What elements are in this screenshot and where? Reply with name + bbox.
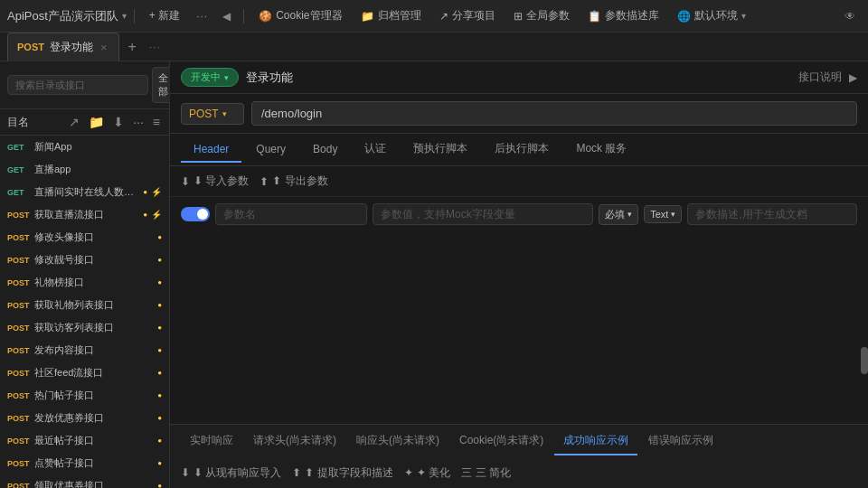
url-bar: POST ▾ xyxy=(170,94,868,134)
resp-tab-实时响应[interactable]: 实时响应 xyxy=(181,427,242,455)
tab-add-button[interactable]: + xyxy=(121,35,144,59)
export-params-button[interactable]: ⬆ ⬆ 导出参数 xyxy=(259,174,327,189)
api-tab-认证[interactable]: 认证 xyxy=(352,136,399,164)
nav-back-arrow[interactable]: ◀ xyxy=(217,7,236,25)
share-button[interactable]: ↗ 分享项目 xyxy=(432,5,503,26)
beautify-button[interactable]: ✦ ✦ 美化 xyxy=(404,465,450,481)
api-tab-后执行脚本[interactable]: 后执行脚本 xyxy=(482,136,561,164)
status-badge[interactable]: 开发中 ▾ xyxy=(181,68,239,87)
nav-more-dots[interactable]: ··· xyxy=(191,7,213,25)
response-area: 实时响应请求头(尚未请求)响应头(尚未请求)Cookie(尚未请求)成功响应示例… xyxy=(170,424,868,488)
global-params-button[interactable]: ⊞ 全局参数 xyxy=(506,5,577,26)
list-item[interactable]: POST 获取直播流接口 ● ⚡ xyxy=(0,203,169,226)
item-name: 获取访客列表接口 xyxy=(34,321,154,334)
resp-tab-错误响应示例[interactable]: 错误响应示例 xyxy=(639,427,722,455)
sidebar-list-icon[interactable]: ≡ xyxy=(151,113,162,131)
param-name-input[interactable] xyxy=(215,203,367,225)
method-badge: POST xyxy=(7,414,31,423)
item-dot: ● xyxy=(143,188,147,196)
nav-separator-2 xyxy=(243,9,244,23)
url-input[interactable] xyxy=(251,101,857,126)
resp-tab-成功响应示例[interactable]: 成功响应示例 xyxy=(554,427,637,455)
list-item[interactable]: POST 修改靓号接口 ● xyxy=(0,249,169,271)
api-tab-预执行脚本[interactable]: 预执行脚本 xyxy=(401,136,480,164)
item-dot: ● xyxy=(143,211,147,219)
params-toolbar: ⬇ ⬇ 导入参数 ⬆ ⬆ 导出参数 xyxy=(170,166,868,197)
extract-button[interactable]: ⬆ ⬆ 提取字段和描述 xyxy=(292,465,392,481)
from-response-button[interactable]: ⬇ ⬇ 从现有响应导入 xyxy=(181,465,281,481)
method-badge: POST xyxy=(7,324,31,333)
new-button[interactable]: + 新建 xyxy=(142,5,187,26)
team-selector[interactable]: ApiPost产品演示团队 ▾ xyxy=(7,8,127,24)
scrollbar-thumb[interactable] xyxy=(861,347,868,374)
expand-button[interactable]: ▶ xyxy=(849,71,857,84)
list-item[interactable]: GET 直播app xyxy=(0,158,169,181)
item-name: 修改靓号接口 xyxy=(34,253,154,267)
api-tab-Query[interactable]: Query xyxy=(243,137,298,163)
env-button[interactable]: 🌐 默认环境 ▾ xyxy=(670,5,753,26)
archive-button[interactable]: 📁 归档管理 xyxy=(354,5,429,26)
item-dot: ● xyxy=(157,459,162,467)
share-icon: ↗ xyxy=(439,10,448,23)
param-value-input[interactable] xyxy=(373,203,593,225)
eye-button[interactable]: 👁 xyxy=(839,7,861,25)
item-dot: ● xyxy=(157,482,162,488)
sidebar-more-icon[interactable]: ··· xyxy=(131,113,146,131)
list-item[interactable]: GET 直播间实时在线人数接口 ● ⚡ xyxy=(0,181,169,203)
resp-tab-请求头(尚未请求)[interactable]: 请求头(尚未请求) xyxy=(244,427,345,455)
list-item[interactable]: POST 发布内容接口 ● xyxy=(0,339,169,361)
item-name: 获取礼物列表接口 xyxy=(34,298,154,312)
section-title: 目名 xyxy=(7,115,29,130)
item-name: 礼物榜接口 xyxy=(34,276,154,289)
sidebar-download-icon[interactable]: ⬇ xyxy=(111,113,126,131)
top-nav: ApiPost产品演示团队 ▾ + 新建 ··· ◀ 🍪 Cookie管理器 📁… xyxy=(0,0,868,33)
search-input[interactable] xyxy=(7,75,148,95)
resp-tab-响应头(尚未请求)[interactable]: 响应头(尚未请求) xyxy=(347,427,448,455)
type-text: Text xyxy=(650,209,668,220)
list-item[interactable]: POST 领取优惠券接口 ● xyxy=(0,474,169,488)
tab-login[interactable]: POST 登录功能 × xyxy=(7,33,119,61)
method-select[interactable]: POST ▾ xyxy=(181,103,244,125)
list-item[interactable]: POST 点赞帖子接口 ● xyxy=(0,452,169,474)
beautify-icon: ✦ xyxy=(404,466,413,479)
import-params-button[interactable]: ⬇ ⬇ 导入参数 xyxy=(181,174,249,189)
desc-button[interactable]: 接口说明 xyxy=(798,70,842,85)
item-dot: ● xyxy=(157,436,162,445)
simplify-button[interactable]: 三 三 简化 xyxy=(461,465,511,481)
list-item[interactable]: GET 新闻App xyxy=(0,136,169,158)
list-item[interactable]: POST 礼物榜接口 ● xyxy=(0,271,169,294)
list-item[interactable]: POST 最近帖子接口 ● xyxy=(0,429,169,452)
sidebar-folder-icon[interactable]: 📁 xyxy=(87,113,106,131)
sidebar-share-icon[interactable]: ↗ xyxy=(67,113,81,131)
simplify-label: 三 简化 xyxy=(476,465,511,481)
resp-tab-Cookie(尚未请求)[interactable]: Cookie(尚未请求) xyxy=(450,427,552,455)
param-type-select[interactable]: Text ▾ xyxy=(644,205,682,223)
item-dot: ● xyxy=(157,301,162,309)
list-item[interactable]: POST 获取访客列表接口 ● xyxy=(0,316,169,339)
new-label: + 新建 xyxy=(149,8,180,23)
param-toggle[interactable] xyxy=(181,207,210,221)
list-item[interactable]: POST 热门帖子接口 ● xyxy=(0,384,169,407)
api-tab-Header[interactable]: Header xyxy=(181,137,241,163)
api-tab-Body[interactable]: Body xyxy=(300,137,350,163)
tab-more-button[interactable]: ··· xyxy=(146,37,165,57)
tab-close-button[interactable]: × xyxy=(99,41,109,54)
method-text: POST xyxy=(189,108,219,120)
item-dot: ● xyxy=(157,414,162,422)
import-icon: ⬇ xyxy=(181,175,190,188)
item-name: 新闻App xyxy=(34,140,162,154)
list-item[interactable]: POST 发放优惠券接口 ● xyxy=(0,407,169,429)
desc-library-button[interactable]: 📋 参数描述库 xyxy=(580,5,666,26)
param-required-select[interactable]: 必填 ▾ xyxy=(599,204,638,225)
method-badge: GET xyxy=(7,188,31,197)
content-spacer xyxy=(170,231,868,424)
list-item[interactable]: POST 获取礼物列表接口 ● xyxy=(0,294,169,316)
export-icon: ⬆ xyxy=(259,175,269,188)
list-item[interactable]: POST 修改头像接口 ● xyxy=(0,226,169,249)
list-item[interactable]: POST 社区feed流接口 ● xyxy=(0,361,169,384)
cookie-manager-button[interactable]: 🍪 Cookie管理器 xyxy=(251,5,349,26)
status-text: 开发中 xyxy=(191,70,221,84)
method-badge: POST xyxy=(7,346,31,355)
param-desc-input[interactable] xyxy=(687,203,857,225)
api-tab-Mock 服务[interactable]: Mock 服务 xyxy=(563,136,639,164)
